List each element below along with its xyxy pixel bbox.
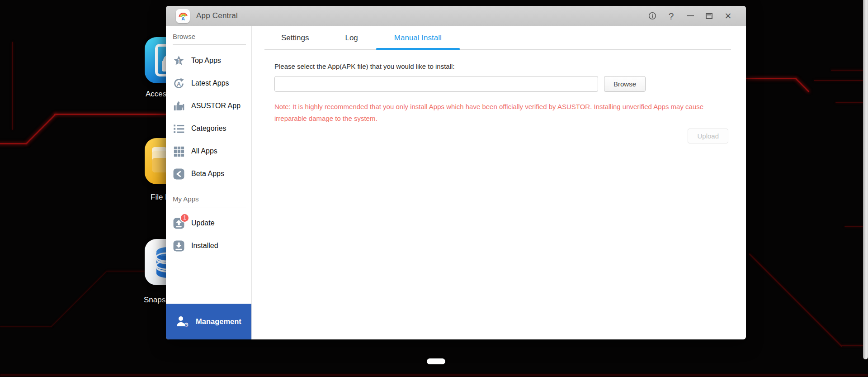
sidebar: Browse 1 Top Apps <box>166 26 252 339</box>
upload-button[interactable]: Upload <box>688 129 728 143</box>
update-icon: 1 <box>173 217 185 229</box>
sidebar-item-all-apps[interactable]: All Apps <box>173 140 251 162</box>
window-title: App Central <box>196 11 238 20</box>
management-label: Management <box>196 317 241 326</box>
browse-button[interactable]: Browse <box>604 76 646 92</box>
sidebar-item-beta-apps[interactable]: Beta Apps <box>173 162 251 185</box>
circuit-line <box>835 102 863 103</box>
management-button[interactable]: ⚙ Management <box>166 304 251 339</box>
warning-note: Note: It is highly recommended that you … <box>274 101 724 124</box>
tab-settings[interactable]: Settings <box>263 26 327 49</box>
sidebar-item-update[interactable]: 1 Update <box>173 212 251 234</box>
tab-label: Log <box>345 33 358 43</box>
beta-chevron-icon <box>173 168 185 180</box>
circuit-line <box>12 42 13 130</box>
app-central-logo-icon: A <box>176 9 190 23</box>
app-central-window: A App Central ? ✕ <box>166 6 746 339</box>
svg-text:⚙: ⚙ <box>184 321 189 328</box>
circuit-line <box>0 326 52 327</box>
taskbar-handle[interactable] <box>427 358 445 364</box>
help-icon[interactable]: ? <box>667 12 675 20</box>
sidebar-item-top-apps[interactable]: 1 Top Apps <box>173 49 251 72</box>
circuit-line <box>51 271 107 327</box>
tab-log[interactable]: Log <box>327 26 376 49</box>
minimize-icon[interactable] <box>686 12 694 20</box>
sidebar-item-label: Beta Apps <box>191 170 224 178</box>
circuit-line <box>831 70 863 71</box>
circuit-line <box>844 226 863 227</box>
file-select-prompt: Please select the App(APK file) that you… <box>274 62 728 70</box>
grid-icon <box>173 145 185 157</box>
sidebar-item-label: Categories <box>191 124 226 133</box>
svg-text:A: A <box>181 16 185 21</box>
sidebar-item-label: All Apps <box>191 147 217 155</box>
circuit-line <box>0 374 868 376</box>
management-user-gear-icon: ⚙ <box>176 315 189 328</box>
tab-manual-install[interactable]: Manual Install <box>376 26 460 49</box>
top-apps-star-icon: 1 <box>173 55 185 67</box>
circuit-line <box>814 80 863 81</box>
sidebar-item-categories[interactable]: Categories <box>173 117 251 140</box>
sidebar-item-label: Installed <box>191 242 218 250</box>
divider <box>173 44 246 45</box>
circuit-line <box>841 345 863 346</box>
svg-text:1: 1 <box>178 58 180 63</box>
tab-label: Manual Install <box>394 33 442 43</box>
circuit-line <box>795 78 810 92</box>
circuit-line <box>26 114 57 144</box>
circuit-line <box>54 114 167 115</box>
divider <box>173 207 246 207</box>
sidebar-item-label: Update <box>191 219 215 227</box>
sidebar-item-label: Latest Apps <box>191 79 229 87</box>
sidebar-item-asustor-app[interactable]: ASUSTOR App <box>173 95 251 117</box>
circuit-line <box>0 143 27 144</box>
screen-edge-panel <box>863 0 868 359</box>
sidebar-item-label: ASUSTOR App <box>191 102 241 110</box>
window-titlebar[interactable]: A App Central ? ✕ <box>166 6 746 26</box>
circuit-line <box>746 78 797 79</box>
list-icon <box>173 123 185 135</box>
svg-text:A: A <box>177 81 181 87</box>
sidebar-section-my-apps: My Apps <box>173 195 251 207</box>
latest-apps-refresh-icon: A <box>173 77 185 90</box>
tab-bar: Settings Log Manual Install <box>252 26 746 49</box>
sidebar-item-installed[interactable]: Installed <box>173 234 251 257</box>
sidebar-item-latest-apps[interactable]: A Latest Apps <box>173 72 251 95</box>
active-tab-underline <box>376 48 460 50</box>
sidebar-section-browse: Browse <box>173 33 251 44</box>
desktop: Access File E Snapsh <box>0 0 868 377</box>
manual-install-panel: Please select the App(APK file) that you… <box>252 50 746 143</box>
installed-icon <box>173 240 185 252</box>
tab-label: Settings <box>281 33 309 43</box>
maximize-icon[interactable] <box>705 12 713 20</box>
circuit-line <box>749 253 842 347</box>
close-icon[interactable]: ✕ <box>724 12 732 20</box>
update-count-badge: 1 <box>180 213 189 223</box>
main-content: Settings Log Manual Install Please selec… <box>252 26 746 339</box>
apk-file-path-input[interactable] <box>274 76 598 92</box>
thumbs-up-icon <box>173 100 185 112</box>
sidebar-item-label: Top Apps <box>191 57 221 65</box>
info-icon[interactable] <box>648 12 656 20</box>
